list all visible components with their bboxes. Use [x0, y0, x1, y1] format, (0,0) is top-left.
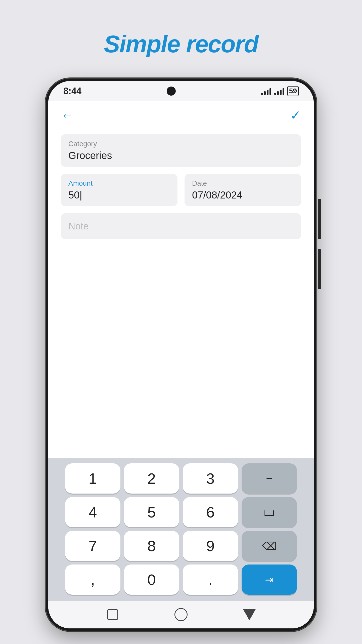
status-icons: 59	[261, 86, 299, 96]
keyboard-row-2: 4 5 6 ⌴	[52, 497, 310, 527]
battery-icon: 59	[287, 86, 299, 96]
page-title: Simple record	[104, 30, 258, 58]
nav-recent-button[interactable]	[105, 607, 120, 622]
confirm-button[interactable]: ✓	[290, 109, 301, 122]
keyboard-row-1: 1 2 3 −	[52, 463, 310, 494]
key-dot[interactable]: .	[183, 565, 238, 595]
nav-back-button[interactable]	[242, 607, 257, 622]
home-icon	[174, 608, 188, 621]
key-comma[interactable]: ,	[65, 565, 120, 595]
nav-home-button[interactable]	[173, 607, 189, 622]
recent-apps-icon	[107, 609, 118, 620]
space-icon: ⌴	[264, 506, 275, 518]
camera-notch	[167, 87, 176, 96]
keyboard-row-3: 7 8 9 ⌫	[52, 531, 310, 561]
amount-date-row: Amount 50 Date 07/08/2024	[61, 174, 301, 206]
key-backspace[interactable]: ⌫	[242, 531, 297, 561]
top-nav: ← ✓	[48, 101, 314, 129]
status-bar: 8:44 59	[48, 81, 314, 101]
phone-shell: 8:44 59	[45, 78, 317, 631]
key-2[interactable]: 2	[124, 463, 179, 494]
note-placeholder: Note	[68, 221, 88, 231]
status-time: 8:44	[63, 86, 81, 96]
amount-value: 50	[68, 189, 170, 201]
key-6[interactable]: 6	[183, 497, 238, 527]
key-1[interactable]: 1	[65, 463, 120, 494]
key-0[interactable]: 0	[124, 565, 179, 595]
backspace-icon: ⌫	[262, 540, 277, 552]
category-field[interactable]: Category Groceries	[61, 134, 301, 167]
keyboard: 1 2 3 − 4 5 6 ⌴ 7 8	[48, 458, 314, 601]
amount-field[interactable]: Amount 50	[61, 174, 177, 206]
key-7[interactable]: 7	[65, 531, 120, 561]
amount-label: Amount	[68, 179, 170, 187]
app-content: ← ✓ Category Groceries Amount 50 D	[48, 101, 314, 628]
key-3[interactable]: 3	[183, 463, 238, 494]
key-minus[interactable]: −	[242, 463, 297, 494]
note-field[interactable]: Note	[61, 213, 301, 239]
signal-icon	[261, 87, 271, 95]
key-next[interactable]: ⇥	[242, 565, 297, 595]
category-label: Category	[68, 140, 294, 148]
key-4[interactable]: 4	[65, 497, 120, 527]
key-5[interactable]: 5	[124, 497, 179, 527]
keyboard-row-4: , 0 . ⇥	[52, 565, 310, 595]
back-button[interactable]: ←	[61, 109, 74, 122]
next-icon: ⇥	[265, 574, 274, 586]
signal-icon-2	[274, 87, 284, 95]
category-value: Groceries	[68, 150, 294, 161]
content-spacer	[48, 244, 314, 458]
back-icon	[243, 609, 256, 620]
key-8[interactable]: 8	[124, 531, 179, 561]
key-space[interactable]: ⌴	[242, 497, 297, 527]
phone-screen: 8:44 59	[48, 81, 314, 628]
date-field[interactable]: Date 07/08/2024	[185, 174, 301, 206]
date-value: 07/08/2024	[192, 189, 294, 201]
nav-bar	[48, 601, 314, 628]
form-area: Category Groceries Amount 50 Date 07/08/…	[48, 129, 314, 244]
date-label: Date	[192, 179, 294, 187]
key-9[interactable]: 9	[183, 531, 238, 561]
